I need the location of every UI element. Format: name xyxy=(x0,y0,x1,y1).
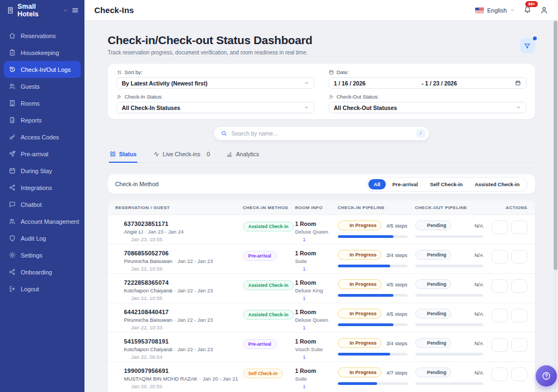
expand-row-chevron-icon[interactable] xyxy=(116,281,120,286)
sidebar-item-check-in-out-logs[interactable]: Check-In/Out Logs xyxy=(4,61,81,78)
sidebar-item-account-management[interactable]: Account Management xyxy=(4,213,81,230)
last-activity: Jan 20, 20:52 xyxy=(124,383,239,389)
sidebar-item-audit-log[interactable]: Audit Log xyxy=(4,230,81,247)
checkout-progress-bar xyxy=(415,265,483,267)
guest-count: 1 xyxy=(295,324,338,330)
table-row[interactable]: 6442108440417 Pirunnicha Baisuwan·Jan 22… xyxy=(108,303,535,332)
brand-chevron-down-icon[interactable] xyxy=(63,8,68,13)
chevron-down-icon xyxy=(304,81,309,85)
access-key-button[interactable] xyxy=(511,338,527,352)
guest-and-dates: Pirunnicha Baisuwan·Jan 22 - Jan 23 xyxy=(124,317,213,323)
checkin-progress-bar xyxy=(338,294,408,297)
access-key-button[interactable] xyxy=(511,250,527,264)
copy-reservation-id-icon[interactable] xyxy=(228,251,234,257)
view-details-button[interactable] xyxy=(492,338,508,352)
filter-button[interactable] xyxy=(520,38,535,53)
calendar-icon xyxy=(515,80,521,86)
sidebar-item-integrations[interactable]: Integrations xyxy=(4,179,81,196)
sidebar-item-settings[interactable]: Settings xyxy=(4,247,81,264)
sidebar-item-guests[interactable]: Guests xyxy=(4,78,81,95)
sidebar-item-pre-arrival[interactable]: Pre-arrival xyxy=(4,145,81,162)
room-info-cell: 1 Room Suite 1 xyxy=(295,250,338,272)
table-row[interactable]: 7222858365074 Kotchapon Chaiyarat·Jan 22… xyxy=(108,273,535,303)
view-details-button[interactable] xyxy=(492,250,508,264)
access-key-button[interactable] xyxy=(511,309,527,322)
sidebar-item-housekeeping[interactable]: Housekeeping xyxy=(4,44,81,61)
access-key-button[interactable] xyxy=(511,279,527,293)
checkin-progress-bar xyxy=(338,265,408,267)
room-info-cell: 1 Room Deluxe King 1 xyxy=(295,279,338,301)
view-details-button[interactable] xyxy=(492,220,508,234)
calendar-icon xyxy=(9,167,16,174)
sidebar-item-chatbot[interactable]: Chatbot xyxy=(4,196,81,213)
clock-icon xyxy=(343,341,348,346)
table-row[interactable]: 5415953708191 Kotchapon Chaiyarat·Jan 22… xyxy=(108,332,535,362)
checkout-status-select[interactable]: All Check-Out Statuses xyxy=(329,102,526,113)
copy-reservation-id-icon[interactable] xyxy=(228,222,234,228)
view-details-button[interactable] xyxy=(492,367,508,381)
table-row[interactable]: 1990097956691 MUSTAQIM BIN MOHD RAZAK·Ja… xyxy=(108,362,535,391)
scrollbar-thumb[interactable] xyxy=(554,21,557,270)
clipboard-icon xyxy=(9,49,16,56)
copy-reservation-id-icon[interactable] xyxy=(228,310,234,316)
chevron-down-icon xyxy=(510,8,515,13)
sidebar-item-logout[interactable]: Logout xyxy=(4,280,81,297)
scrollbar-track[interactable] xyxy=(554,21,557,392)
reservation-id: 6442108440417 xyxy=(124,309,213,315)
checkout-progress-bar xyxy=(415,235,483,238)
help-button[interactable] xyxy=(536,365,557,387)
expand-row-chevron-icon[interactable] xyxy=(116,310,120,315)
checkin-steps: 4/5 steps xyxy=(386,311,408,317)
clock-icon xyxy=(420,341,425,346)
access-key-button[interactable] xyxy=(511,367,527,381)
reservation-guest-cell: 1990097956691 MUSTAQIM BIN MOHD RAZAK·Ja… xyxy=(116,367,243,389)
sidebar-item-during-stay[interactable]: During Stay xyxy=(4,162,81,179)
sidebar-item-reservations[interactable]: Reservations xyxy=(4,27,81,44)
tab-status[interactable]: Status xyxy=(109,150,137,163)
main-content: Check-in/Check-out Status Dashboard Trac… xyxy=(84,21,558,392)
tab-live-check-ins[interactable]: Live Check-ins 0 xyxy=(153,150,211,163)
date-range-input[interactable]: 1 / 16 / 2026 - 1 / 23 / 2026 xyxy=(329,77,526,89)
expand-row-chevron-icon[interactable] xyxy=(116,369,120,374)
checkin-method-option[interactable]: Pre-arrival xyxy=(387,179,423,189)
expand-row-chevron-icon[interactable] xyxy=(116,252,120,256)
sidebar-item-access-codes[interactable]: Access Codes xyxy=(4,128,81,145)
notifications-button[interactable]: 99+ xyxy=(524,5,531,15)
key-icon xyxy=(516,313,523,319)
checkin-method-cell: Self Check-in xyxy=(243,367,295,378)
copy-reservation-id-icon[interactable] xyxy=(228,339,234,345)
view-details-button[interactable] xyxy=(492,279,508,293)
reservation-guest-cell: 6442108440417 Pirunnicha Baisuwan·Jan 22… xyxy=(116,309,243,330)
access-key-button[interactable] xyxy=(511,220,527,234)
checkout-value: N/A xyxy=(475,340,483,346)
user-account-icon[interactable] xyxy=(540,6,548,14)
topbar: Check-Ins English 99+ xyxy=(84,0,558,21)
table-row[interactable]: 7086855052706 Pirunnicha Baisuwan·Jan 22… xyxy=(108,244,535,273)
expand-row-chevron-icon[interactable] xyxy=(116,340,120,345)
view-details-button[interactable] xyxy=(492,309,508,322)
copy-reservation-id-icon[interactable] xyxy=(228,280,234,286)
checkout-pipeline-cell: Pending N/A xyxy=(415,220,489,238)
sidebar-item-onboarding[interactable]: Onboarding xyxy=(4,264,81,280)
page-subtitle: Track reservation progress, document ver… xyxy=(108,50,535,56)
clock-icon xyxy=(420,253,425,258)
sidebar-item-reports[interactable]: Reports xyxy=(4,112,81,128)
tab-analytics[interactable]: Analytics xyxy=(226,150,259,163)
checkin-status-select[interactable]: All Check-In Statuses xyxy=(117,102,314,113)
file-icon xyxy=(9,117,16,124)
reservation-guest-cell: 7086855052706 Pirunnicha Baisuwan·Jan 22… xyxy=(116,250,243,272)
expand-row-chevron-icon[interactable] xyxy=(116,222,120,227)
sort-select[interactable]: By Latest Activity (Newest first) xyxy=(117,77,314,89)
sidebar-toggle-menu-icon[interactable] xyxy=(71,7,79,14)
sidebar-item-rooms[interactable]: Rooms xyxy=(4,95,81,112)
table-body: 6373023851171 Angie LI·Jan 23 - Jan 24 J… xyxy=(108,215,535,391)
key-icon xyxy=(9,133,16,140)
language-selector[interactable]: English xyxy=(475,7,515,14)
checkin-method-badge: Assisted Check-in xyxy=(243,222,294,231)
checkin-method-option[interactable]: Assisted Check-in xyxy=(469,179,525,189)
search-input[interactable] xyxy=(232,130,412,137)
checkin-method-option[interactable]: All xyxy=(368,179,386,189)
checkout-pipeline-cell: Pending N/A xyxy=(415,309,489,326)
table-row[interactable]: 6373023851171 Angie LI·Jan 23 - Jan 24 J… xyxy=(108,215,535,244)
checkin-method-option[interactable]: Self Check-in xyxy=(424,179,468,189)
